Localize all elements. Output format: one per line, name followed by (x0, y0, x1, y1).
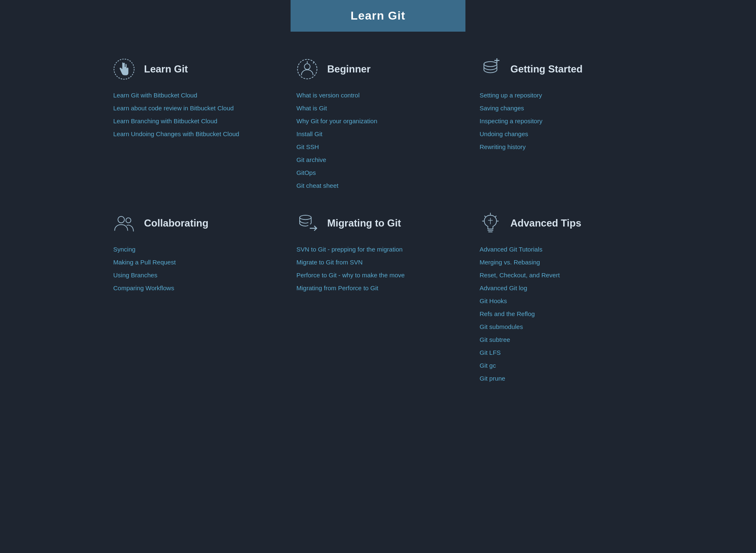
svg-point-5 (484, 62, 497, 67)
link-getting-started-3[interactable]: Undoing changes (480, 130, 644, 138)
link-learn-git-3[interactable]: Learn Undoing Changes with Bitbucket Clo… (113, 130, 278, 138)
svg-line-18 (495, 216, 496, 217)
link-advanced-6[interactable]: Git submodules (480, 322, 644, 331)
link-beginner-5[interactable]: Git archive (296, 155, 461, 164)
section-title-getting-started: Getting Started (510, 63, 582, 75)
link-beginner-0[interactable]: What is version control (296, 91, 461, 100)
section-title-beginner: Beginner (327, 63, 371, 75)
link-getting-started-4[interactable]: Rewriting history (480, 142, 644, 151)
svg-line-17 (485, 216, 486, 217)
link-beginner-3[interactable]: Install Git (296, 130, 461, 138)
database-arrow-icon (295, 211, 320, 236)
section-learn-git: Learn GitLearn Git with Bitbucket CloudL… (112, 57, 278, 190)
link-advanced-7[interactable]: Git subtree (480, 335, 644, 344)
section-header-migrating: Migrating to Git (295, 211, 461, 236)
svg-point-8 (118, 217, 124, 223)
link-collaborating-0[interactable]: Syncing (113, 245, 278, 254)
header-title-box: Learn Git (291, 0, 465, 32)
section-links-learn-git: Learn Git with Bitbucket CloudLearn abou… (112, 91, 278, 138)
section-beginner: BeginnerWhat is version controlWhat is G… (295, 57, 461, 190)
link-getting-started-0[interactable]: Setting up a repository (480, 91, 644, 100)
section-title-migrating: Migrating to Git (327, 217, 401, 229)
section-header-beginner: Beginner (295, 57, 461, 82)
link-advanced-5[interactable]: Refs and the Reflog (480, 309, 644, 318)
link-getting-started-1[interactable]: Saving changes (480, 104, 644, 112)
link-migrating-2[interactable]: Perforce to Git - why to make the move (296, 271, 461, 279)
section-links-migrating: SVN to Git - prepping for the migrationM… (295, 245, 461, 292)
svg-line-4 (313, 62, 314, 63)
link-advanced-0[interactable]: Advanced Git Tutorials (480, 245, 644, 254)
section-title-collaborating: Collaborating (144, 217, 209, 229)
link-advanced-4[interactable]: Git Hooks (480, 296, 644, 305)
link-advanced-2[interactable]: Reset, Checkout, and Revert (480, 271, 644, 279)
svg-point-10 (300, 215, 311, 219)
section-links-advanced: Advanced Git TutorialsMerging vs. Rebasi… (478, 245, 644, 383)
section-links-getting-started: Setting up a repositorySaving changesIns… (478, 91, 644, 151)
user-circle-icon (295, 57, 320, 82)
link-getting-started-2[interactable]: Inspecting a repository (480, 117, 644, 125)
sections-grid: Learn GitLearn Git with Bitbucket CloudL… (112, 57, 644, 383)
page-title: Learn Git (324, 9, 432, 22)
main-content: Learn GitLearn Git with Bitbucket CloudL… (87, 48, 669, 408)
link-advanced-3[interactable]: Advanced Git log (480, 284, 644, 292)
link-advanced-10[interactable]: Git prune (480, 374, 644, 383)
link-migrating-0[interactable]: SVN to Git - prepping for the migration (296, 245, 461, 254)
section-collaborating: CollaboratingSyncingMaking a Pull Reques… (112, 211, 278, 383)
link-learn-git-0[interactable]: Learn Git with Bitbucket Cloud (113, 91, 278, 100)
page-header: Learn Git (0, 0, 756, 32)
link-beginner-7[interactable]: Git cheat sheet (296, 181, 461, 190)
link-beginner-6[interactable]: GitOps (296, 168, 461, 177)
database-plus-icon (478, 57, 503, 82)
section-header-learn-git: Learn Git (112, 57, 278, 82)
link-migrating-3[interactable]: Migrating from Perforce to Git (296, 284, 461, 292)
lightbulb-icon (478, 211, 503, 236)
link-advanced-9[interactable]: Git gc (480, 361, 644, 370)
svg-point-2 (304, 64, 310, 70)
section-header-collaborating: Collaborating (112, 211, 278, 236)
users-icon (112, 211, 137, 236)
section-links-collaborating: SyncingMaking a Pull RequestUsing Branch… (112, 245, 278, 292)
link-beginner-4[interactable]: Git SSH (296, 142, 461, 151)
link-collaborating-1[interactable]: Making a Pull Request (113, 258, 278, 267)
link-beginner-2[interactable]: Why Git for your organization (296, 117, 461, 125)
section-advanced: Advanced TipsAdvanced Git TutorialsMergi… (478, 211, 644, 383)
link-learn-git-2[interactable]: Learn Branching with Bitbucket Cloud (113, 117, 278, 125)
link-collaborating-3[interactable]: Comparing Workflows (113, 284, 278, 292)
link-advanced-1[interactable]: Merging vs. Rebasing (480, 258, 644, 267)
link-advanced-8[interactable]: Git LFS (480, 348, 644, 357)
link-learn-git-1[interactable]: Learn about code review in Bitbucket Clo… (113, 104, 278, 112)
section-header-advanced: Advanced Tips (478, 211, 644, 236)
section-title-learn-git: Learn Git (144, 63, 188, 75)
link-migrating-1[interactable]: Migrate to Git from SVN (296, 258, 461, 267)
hand-pointer-icon (112, 57, 137, 82)
link-beginner-1[interactable]: What is Git (296, 104, 461, 112)
section-migrating: Migrating to GitSVN to Git - prepping fo… (295, 211, 461, 383)
link-collaborating-2[interactable]: Using Branches (113, 271, 278, 279)
section-getting-started: Getting StartedSetting up a repositorySa… (478, 57, 644, 190)
section-header-getting-started: Getting Started (478, 57, 644, 82)
svg-point-9 (126, 218, 131, 223)
section-title-advanced: Advanced Tips (510, 217, 581, 229)
section-links-beginner: What is version controlWhat is GitWhy Gi… (295, 91, 461, 190)
